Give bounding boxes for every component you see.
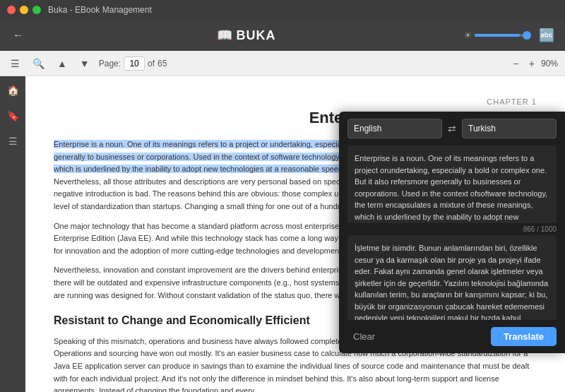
translated-text: İşletme bir isimdir. Bunun anlamlarından… bbox=[355, 244, 548, 320]
char-count: 866 / 1000 bbox=[339, 223, 565, 235]
translate-icon: 🔤 bbox=[539, 28, 554, 43]
page-control: Page: of 65 bbox=[99, 57, 167, 71]
traffic-lights bbox=[7, 6, 41, 14]
app: ← 📖 BUKA ☀ 🔤 ☰ 🔍 bbox=[0, 20, 565, 392]
content-area: 🏠 🔖 ☰ CHAPTER 1 Enterprise Development T… bbox=[0, 76, 565, 392]
secondary-toolbar: ☰ 🔍 ▲ ▼ Page: of 65 − + 90% bbox=[0, 51, 565, 76]
zoom-out-button[interactable]: − bbox=[510, 56, 523, 71]
target-language-select[interactable]: Turkish Spanish French German Chinese bbox=[462, 119, 557, 138]
sidebar-bookmark-icon[interactable]: 🔖 bbox=[4, 107, 21, 124]
source-text-box: Enterprise is a noun. One of its meaning… bbox=[347, 145, 557, 223]
left-sidebar: 🏠 🔖 ☰ bbox=[0, 76, 25, 392]
source-language-select[interactable]: English Spanish French German Chinese bbox=[347, 119, 442, 138]
zoom-out-icon: − bbox=[513, 58, 519, 69]
back-button[interactable]: ← bbox=[8, 25, 28, 45]
maximize-button[interactable] bbox=[32, 6, 41, 14]
toolbar-left: ← bbox=[8, 25, 28, 45]
back-icon: ← bbox=[13, 29, 24, 42]
search-button[interactable]: 🔍 bbox=[29, 56, 48, 71]
titlebar: Buka - EBook Management bbox=[0, 0, 565, 20]
prev-page-button[interactable]: ▲ bbox=[54, 56, 71, 71]
top-toolbar: ← 📖 BUKA ☀ 🔤 bbox=[0, 20, 565, 51]
action-row: Clear Translate bbox=[339, 320, 565, 353]
lang-selector-row: English Spanish French German Chinese ⇄ … bbox=[339, 112, 565, 145]
zoom-level: 90% bbox=[541, 59, 558, 69]
close-button[interactable] bbox=[7, 6, 16, 14]
zoom-control: − + 90% bbox=[510, 56, 558, 71]
translation-overlay: English Spanish French German Chinese ⇄ … bbox=[339, 112, 565, 353]
book-content[interactable]: CHAPTER 1 Enterprise Development Today E… bbox=[25, 76, 565, 392]
source-text: Enterprise is a noun. One of its meaning… bbox=[355, 154, 547, 223]
page-total: 65 bbox=[157, 59, 167, 69]
menu-icon: ☰ bbox=[11, 58, 20, 69]
sun-icon: ☀ bbox=[464, 30, 472, 40]
page-separator: of bbox=[148, 59, 155, 69]
next-page-button[interactable]: ▼ bbox=[76, 56, 93, 71]
up-arrow-icon: ▲ bbox=[57, 58, 67, 69]
zoom-in-icon: + bbox=[529, 58, 535, 69]
app-logo: BUKA bbox=[237, 28, 276, 43]
menu-button[interactable]: ☰ bbox=[7, 56, 23, 71]
sidebar-home-icon[interactable]: 🏠 bbox=[4, 82, 21, 99]
swap-languages-icon[interactable]: ⇄ bbox=[448, 123, 456, 134]
translated-text-box: İşletme bir isimdir. Bunun anlamlarından… bbox=[347, 235, 557, 320]
page-label: Page: bbox=[99, 59, 121, 69]
app-name: BUKA bbox=[237, 28, 276, 43]
clear-button[interactable]: Clear bbox=[347, 328, 381, 345]
down-arrow-icon: ▼ bbox=[80, 58, 90, 69]
brightness-slider[interactable]: ☀ bbox=[464, 30, 531, 40]
translate-button[interactable]: Translate bbox=[491, 327, 557, 346]
zoom-in-button[interactable]: + bbox=[525, 56, 538, 71]
window-title: Buka - EBook Management bbox=[48, 5, 152, 15]
minimize-button[interactable] bbox=[20, 6, 28, 14]
translate-button[interactable]: 🔤 bbox=[537, 25, 557, 45]
sidebar-toc-icon[interactable]: ☰ bbox=[4, 133, 21, 150]
toolbar-center: 📖 BUKA bbox=[35, 28, 457, 43]
chapter-label: CHAPTER 1 bbox=[54, 97, 537, 106]
page-input[interactable] bbox=[124, 57, 145, 71]
search-icon: 🔍 bbox=[32, 58, 44, 69]
toolbar-right: ☀ 🔤 bbox=[464, 25, 557, 45]
book-icon: 📖 bbox=[217, 28, 232, 43]
